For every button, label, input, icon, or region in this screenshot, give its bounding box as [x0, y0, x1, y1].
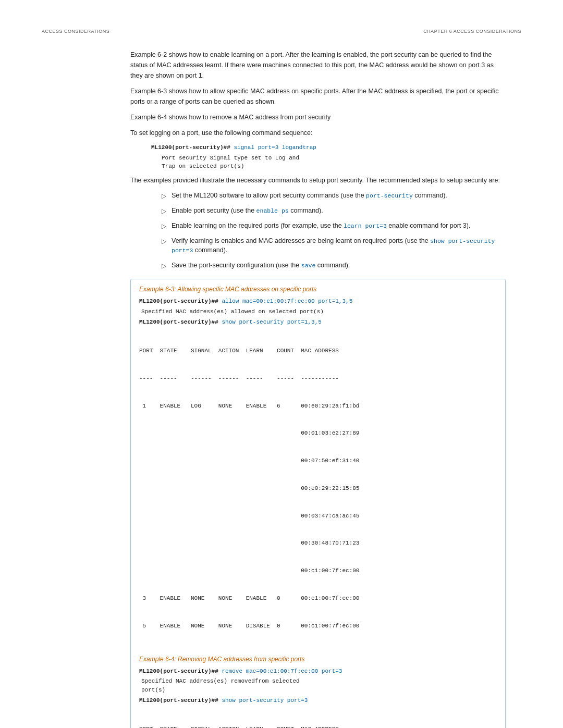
- header-left: ACCESS CONSIDERATIONS: [42, 29, 109, 34]
- intro-para-2: Example 6-3 shows how to allow specific …: [130, 86, 506, 107]
- table-3-row-2: 00:07:50:ef:31:40: [139, 456, 497, 466]
- steps-intro: The examples provided illustrate the nec…: [130, 175, 506, 186]
- cmd-output-1: Port security Signal type set to Log and…: [162, 154, 506, 171]
- header-right: CHAPTER 6 ACCESS CONSIDERATIONS: [423, 29, 521, 34]
- table-3-row-3: 00:e0:29:22:15:85: [139, 484, 497, 493]
- bullet-arrow-4: ▷: [162, 237, 166, 246]
- example-4-title: Example 6-4: Removing MAC addresses from…: [139, 656, 497, 663]
- bullet-arrow-5: ▷: [162, 261, 166, 270]
- table-3-row-1: 00:01:03:e2:27:89: [139, 429, 497, 438]
- bullet-arrow-2: ▷: [162, 206, 166, 216]
- example-4-cmd2-blue: show port-security port=3: [218, 697, 308, 704]
- example-3-cmd2-blue: show port-security port=1,3,5: [218, 319, 322, 325]
- bullet-arrow-1: ▷: [162, 191, 166, 201]
- example-4-cmd2: ML1200(port-security)## show port-securi…: [139, 696, 497, 706]
- intro-para-4: To set logging on a port, use the follow…: [130, 128, 506, 138]
- example-3-box: Example 6-3: Allowing specific MAC addre…: [130, 279, 506, 728]
- example-3-cmd1: ML1200(port-security)## allow mac=00:c1:…: [139, 297, 497, 306]
- bullet-2-plain: Enable port security (use the: [172, 207, 256, 214]
- example-3-cmd1-blue: allow mac=00:c1:00:7f:ec:00 port=1,3,5: [218, 298, 352, 304]
- main-content: Example 6-2 shows how to enable learning…: [130, 50, 506, 728]
- bullet-2-after: command).: [289, 207, 323, 214]
- example-3-output1: Specified MAC address(es) allowed on sel…: [141, 307, 497, 316]
- bullet-item-4: ▷ Verify learning is enables and MAC add…: [162, 236, 506, 256]
- cmd-output-line-1: Port security Signal type set to Log and: [162, 154, 506, 163]
- bullet-5-after: command).: [315, 262, 350, 269]
- bullet-text-4: Verify learning is enables and MAC addre…: [172, 236, 506, 256]
- bullet-item-2: ▷ Enable port security (use the enable p…: [162, 206, 506, 216]
- bullet-3-code: learn port=3: [344, 223, 387, 229]
- bullet-3-plain: Enable learning on the required ports (f…: [172, 222, 344, 229]
- example-4-cmd1-blue: remove mac=00:c1:00:7f:ec:00 port=3: [218, 668, 342, 674]
- intro-para-3: Example 6-4 shows how to remove a MAC ad…: [130, 112, 506, 122]
- example-3-prompt-2: ML1200(port-security)##: [139, 319, 218, 325]
- command-example-block: ML1200(port-security)## signal port=3 lo…: [151, 143, 506, 171]
- bullet-arrow-3: ▷: [162, 221, 166, 231]
- page-header: ACCESS CONSIDERATIONS CHAPTER 6 ACCESS C…: [42, 29, 521, 34]
- bullet-4-plain: Verify learning is enables and MAC addre…: [172, 237, 430, 244]
- bullet-5-plain: Save the port-security configuration (us…: [172, 262, 301, 269]
- table-4-header: PORT STATE SIGNAL ACTION LEARN COUNT MAC…: [139, 725, 497, 728]
- bullet-1-after: command).: [413, 192, 447, 199]
- bullet-1-code: port-security: [366, 192, 413, 199]
- table-3-header: PORT STATE SIGNAL ACTION LEARN COUNT MAC…: [139, 347, 497, 356]
- cmd-prompt-1: ML1200(port-security)##: [151, 144, 230, 151]
- table-3-row-7: 3 ENABLE NONE NONE ENABLE 0 00:c1:00:7f:…: [139, 594, 497, 603]
- bullet-text-3: Enable learning on the required ports (f…: [172, 221, 506, 231]
- bullet-4-after: command).: [193, 246, 227, 254]
- page: ACCESS CONSIDERATIONS CHAPTER 6 ACCESS C…: [0, 0, 563, 728]
- bullet-3-after: enable command for port 3).: [387, 222, 471, 229]
- table-3-sep: ---- ----- ------ ------ ----- ----- ---…: [139, 374, 497, 384]
- table-3-row-6: 00:c1:00:7f:ec:00: [139, 566, 497, 576]
- table-3-row-8: 5 ENABLE NONE NONE DISABLE 0 00:c1:00:7f…: [139, 622, 497, 631]
- table-3-row-4: 00:03:47:ca:ac:45: [139, 512, 497, 521]
- table-3-row-5: 00:30:48:70:71:23: [139, 539, 497, 548]
- example-4-output1: Specified MAC address(es) removedfrom se…: [141, 677, 497, 694]
- bullet-text-2: Enable port security (use the enable ps …: [172, 206, 506, 216]
- example-3-title: Example 6-3: Allowing specific MAC addre…: [139, 286, 497, 293]
- bullet-5-code: save: [301, 262, 316, 269]
- example-4-output1-line1: Specified MAC address(es) removedfrom se…: [141, 677, 497, 686]
- example-3-prompt-1: ML1200(port-security)##: [139, 298, 218, 304]
- cmd-signal: signal port=3 logandtrap: [230, 144, 316, 151]
- bullet-1-plain: Set the ML1200 software to allow port se…: [172, 192, 366, 199]
- example-4-prompt-2: ML1200(port-security)##: [139, 697, 218, 704]
- bullet-item-3: ▷ Enable learning on the required ports …: [162, 221, 506, 231]
- bullet-2-code: enable ps: [256, 207, 289, 214]
- cmd-output-line-2: Trap on selected port(s): [162, 162, 506, 171]
- example-4-output1-line2: port(s): [141, 686, 497, 695]
- example-3-output1-text: Specified MAC address(es) allowed on sel…: [141, 309, 324, 315]
- example-3-table: PORT STATE SIGNAL ACTION LEARN COUNT MAC…: [139, 328, 497, 649]
- bullet-text-5: Save the port-security configuration (us…: [172, 261, 506, 270]
- example-4-table: PORT STATE SIGNAL ACTION LEARN COUNT MAC…: [139, 707, 497, 728]
- intro-para-1: Example 6-2 shows how to enable learning…: [130, 50, 506, 81]
- example-4-prompt-1: ML1200(port-security)##: [139, 668, 218, 674]
- example-4-cmd1: ML1200(port-security)## remove mac=00:c1…: [139, 667, 497, 676]
- bullet-item-1: ▷ Set the ML1200 software to allow port …: [162, 191, 506, 201]
- cmd-line-1: ML1200(port-security)## signal port=3 lo…: [151, 143, 506, 153]
- bullet-section: ▷ Set the ML1200 software to allow port …: [162, 191, 506, 271]
- example-4-title-wrapper: Example 6-4: Removing MAC addresses from…: [139, 656, 497, 663]
- example-3-cmd2: ML1200(port-security)## show port-securi…: [139, 318, 497, 327]
- bullet-text-1: Set the ML1200 software to allow port se…: [172, 191, 506, 201]
- table-3-row-0: 1 ENABLE LOG NONE ENABLE 6 00:e0:29:2a:f…: [139, 402, 497, 411]
- bullet-item-5: ▷ Save the port-security configuration (…: [162, 261, 506, 270]
